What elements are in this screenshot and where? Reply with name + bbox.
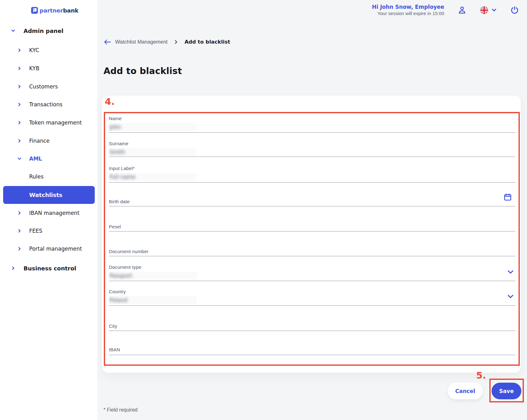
sidebar-item-business-control[interactable]: Business control <box>11 264 76 272</box>
birth-date-field[interactable]: Birth date <box>109 199 515 206</box>
sidebar-item-iban-management[interactable]: IBAN management <box>17 209 79 217</box>
brand-logo: partnerbank <box>31 7 78 14</box>
sidebar-item-watchlists[interactable]: Watchlists <box>3 186 95 204</box>
surname-field[interactable]: Surname Smith <box>109 141 515 157</box>
chevron-right-icon <box>17 48 22 52</box>
chevron-down-icon <box>17 157 22 161</box>
sidebar-item-label: KYB <box>29 65 40 72</box>
field-label: Birth date <box>109 199 515 205</box>
document-number-field[interactable]: Document number <box>109 248 515 256</box>
blurred-value: Smith <box>109 148 197 156</box>
pesel-field[interactable]: Pesel <box>109 224 515 231</box>
chevron-right-icon <box>17 247 22 251</box>
sidebar-item-finance[interactable]: Finance <box>17 137 50 145</box>
iban-field[interactable]: IBAN <box>109 347 515 355</box>
chevron-right-icon <box>17 120 22 125</box>
field-label: Document type <box>109 264 515 270</box>
cancel-button[interactable]: Cancel <box>448 383 483 399</box>
chevron-right-icon <box>17 66 22 71</box>
top-bar: Hi John Snow, Employee Your session will… <box>372 3 519 17</box>
sidebar-item-label: Watchlists <box>29 192 62 198</box>
chevron-right-icon <box>17 84 22 89</box>
sidebar-item-transactions[interactable]: Transactions <box>17 101 62 108</box>
sidebar-item-label: FEES <box>29 228 42 234</box>
name-field[interactable]: Name John <box>109 115 515 133</box>
sidebar-item-label: Portal management <box>29 246 82 252</box>
field-label: Document number <box>109 248 515 255</box>
chevron-right-icon <box>174 40 178 44</box>
sidebar-item-customers[interactable]: Customers <box>17 83 58 90</box>
field-label: Name <box>109 115 515 122</box>
sidebar-item-portal-management[interactable]: Portal management <box>17 245 82 253</box>
uk-flag-icon <box>480 6 488 14</box>
breadcrumb-current: Add to blacklist <box>184 39 230 45</box>
chevron-down-icon <box>11 29 15 33</box>
chevron-right-icon <box>17 102 22 107</box>
sidebar-item-fees[interactable]: FEES <box>17 227 42 235</box>
blurred-value: Passport <box>109 272 197 280</box>
language-selector[interactable] <box>480 6 497 14</box>
user-info: Hi John Snow, Employee Your session will… <box>372 3 444 17</box>
chevron-down-icon[interactable] <box>508 294 514 299</box>
sidebar-item-aml[interactable]: AML <box>17 155 42 162</box>
sidebar-item-kyb[interactable]: KYB <box>17 65 40 72</box>
blacklist-form-card: 4. Name John Surname Smith Input Label* … <box>102 96 521 373</box>
annotation-step-4: 4. <box>105 96 114 107</box>
power-icon[interactable] <box>510 6 519 15</box>
blurred-value: Poland <box>109 296 197 304</box>
sidebar-item-label: Transactions <box>29 101 62 108</box>
sidebar-item-label: Finance <box>29 138 50 144</box>
input-label-field[interactable]: Input Label* Full name <box>109 165 515 183</box>
chevron-down-icon[interactable] <box>508 270 514 274</box>
blurred-value: Full name <box>109 173 197 181</box>
field-label: Surname <box>109 141 515 147</box>
blurred-value: John <box>109 123 197 131</box>
save-button[interactable]: Save <box>492 383 521 399</box>
chevron-right-icon <box>17 139 22 143</box>
brand-name: partnerbank <box>40 7 78 14</box>
sidebar-item-label: Admin panel <box>24 28 63 34</box>
breadcrumb-parent-link[interactable]: Watchlist Management <box>115 39 168 45</box>
sidebar-item-label: Token management <box>29 120 82 126</box>
chevron-right-icon <box>17 229 22 233</box>
city-field[interactable]: City <box>109 323 515 331</box>
field-label: Input Label* <box>109 165 515 172</box>
field-label: Country <box>109 289 515 295</box>
sidebar-item-token-management[interactable]: Token management <box>17 119 82 126</box>
field-required-note: * Field required <box>104 407 138 413</box>
sidebar-item-label: AML <box>29 156 42 162</box>
document-type-select[interactable]: Document type Passport <box>109 264 515 281</box>
session-expiry-note: Your session will expire in 15:00 <box>372 10 444 17</box>
field-label: Pesel <box>109 224 515 230</box>
field-label: City <box>109 323 515 329</box>
page-title: Add to blacklist <box>104 66 182 76</box>
sidebar-item-rules[interactable]: Rules <box>29 173 44 180</box>
sidebar-item-label: Customers <box>29 83 58 90</box>
chevron-right-icon <box>11 266 15 270</box>
country-select[interactable]: Country Poland <box>109 289 515 306</box>
sidebar-item-label: KYC <box>29 47 39 53</box>
calendar-icon[interactable] <box>503 193 512 201</box>
partnerbank-logo-icon <box>31 7 38 14</box>
sidebar-item-kyc[interactable]: KYC <box>17 46 39 54</box>
sidebar-item-admin-panel[interactable]: Admin panel <box>11 27 63 35</box>
annotation-step-5: 5. <box>476 370 486 381</box>
arrow-left-icon[interactable] <box>104 39 111 45</box>
sidebar-item-label: IBAN management <box>29 210 79 216</box>
sidebar-item-label: Rules <box>29 173 44 180</box>
chevron-down-icon <box>491 7 497 13</box>
user-greeting: Hi John Snow, Employee <box>372 3 444 10</box>
breadcrumb: Watchlist Management Add to blacklist <box>104 39 230 45</box>
field-label: IBAN <box>109 347 515 353</box>
user-icon[interactable] <box>457 5 467 15</box>
chevron-right-icon <box>17 211 22 215</box>
sidebar-item-label: Business control <box>24 265 76 272</box>
annotation-box-form: Name John Surname Smith Input Label* Ful… <box>104 112 520 366</box>
sidebar: partnerbank Admin panel KYC KYB Customer… <box>0 0 97 420</box>
